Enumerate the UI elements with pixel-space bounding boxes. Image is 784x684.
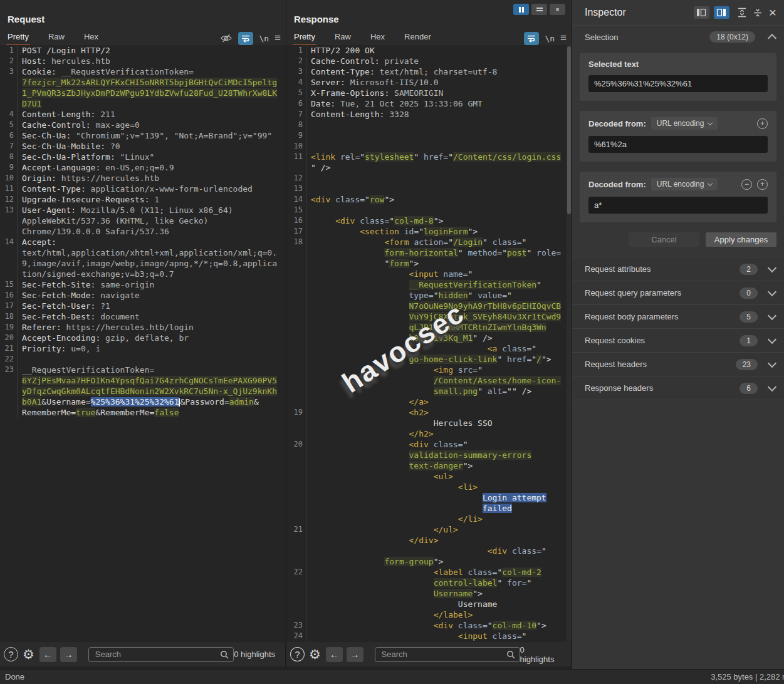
code-segment: ": [468, 291, 478, 300]
code-segment: tion/signed-exchange;v=b3;q=0.7: [22, 269, 174, 279]
encoding-select[interactable]: URL encoding: [651, 178, 718, 190]
code-segment: 3328: [389, 110, 409, 119]
tab-raw[interactable]: Raw: [47, 29, 66, 46]
prev-match-button[interactable]: ←: [39, 647, 56, 662]
line-content: qLJB1C_inRMTCRtnZIwmYlnBq3Wn: [306, 322, 572, 333]
section-request-cookies[interactable]: Request cookies1: [572, 329, 784, 353]
next-match-button[interactable]: →: [347, 647, 363, 662]
maximize-button[interactable]: ■: [550, 4, 565, 15]
pause-button[interactable]: [513, 4, 529, 15]
code-segment: ": [463, 440, 468, 449]
code-segment: ": [448, 152, 453, 162]
selected-text-input[interactable]: [588, 75, 768, 92]
dock-right-icon[interactable]: [714, 6, 729, 19]
tab-pretty[interactable]: Pretty: [6, 29, 30, 46]
tab-raw[interactable]: Raw: [333, 29, 352, 46]
line-content: </label>: [306, 609, 572, 620]
response-editor[interactable]: 1HTTP/2 200 OK2Cache-Control: private3Co…: [286, 45, 572, 641]
close-icon[interactable]: ×: [768, 7, 778, 18]
code-segment: ">: [463, 461, 473, 470]
line-number: 1: [0, 45, 17, 56]
code-segment: " />: [311, 163, 330, 172]
code-line: Hercules SSO: [286, 418, 572, 428]
line-number: [286, 279, 306, 290]
line-number: 5: [0, 120, 17, 130]
collapse-all-icon[interactable]: [752, 8, 763, 18]
line-content: HTTP/2 200 OK: [306, 45, 572, 56]
code-line: 3Cookie: __RequestVerificationToken=: [0, 66, 286, 77]
layout-buttons: ■: [513, 4, 565, 15]
section-request-query-parameters[interactable]: Request query parameters0: [572, 281, 784, 305]
word-wrap-toggle[interactable]: [524, 32, 539, 45]
line-content: <div class="row">: [306, 194, 572, 205]
selection-header[interactable]: Selection 18 (0x12): [572, 26, 784, 48]
search-input[interactable]: [375, 647, 520, 662]
search-input[interactable]: [88, 647, 234, 662]
status-bar: Done 3,525 bytes | 2,282 millis: [0, 669, 784, 684]
editor-menu-icon[interactable]: ≡: [560, 32, 567, 44]
tab-hex[interactable]: Hex: [83, 29, 100, 46]
code-segment: [311, 323, 409, 332]
add-decoder-icon[interactable]: +: [757, 179, 768, 190]
response-scrollbar[interactable]: [567, 45, 572, 641]
chevron-up-icon[interactable]: [768, 34, 776, 43]
remove-decoder-icon[interactable]: −: [741, 179, 752, 190]
section-response-headers[interactable]: Response headers6: [572, 376, 784, 400]
gear-icon[interactable]: ⚙: [23, 647, 34, 662]
section-request-headers[interactable]: Request headers23: [572, 353, 784, 376]
editor-menu-icon[interactable]: ≡: [274, 32, 281, 44]
decoded-value-input-1[interactable]: [588, 136, 768, 153]
scrollbar-thumb[interactable]: [567, 46, 571, 214]
encoding-select[interactable]: URL encoding: [651, 117, 718, 130]
code-segment: Sec-Ch-Ua:: [22, 131, 76, 140]
code-segment: application/x-www-form-urlencoded: [91, 184, 253, 194]
code-segment: [311, 312, 409, 321]
line-content: 1_PVmQR3sZbJHyxDmPDzWPgu91YdbZVwfu28Fud_…: [17, 88, 286, 98]
line-content: Content-Type: text/html; charset=utf-8: [306, 66, 572, 77]
newline-toggle[interactable]: \n: [259, 34, 269, 43]
line-number: [286, 343, 306, 354]
section-request-attributes[interactable]: Request attributes2: [572, 257, 784, 281]
line-number: [0, 247, 17, 258]
line-number: 11: [0, 184, 17, 194]
line-content: tion/signed-exchange;v=b3;q=0.7: [17, 269, 286, 279]
line-content: AppleWebKit/537.36 (KHTML, like Gecko): [17, 215, 286, 226]
prev-match-button[interactable]: ←: [326, 647, 343, 662]
next-match-button[interactable]: →: [60, 647, 77, 662]
code-segment: form-group: [384, 557, 433, 566]
add-decoder-icon[interactable]: +: [757, 118, 768, 129]
gear-icon[interactable]: ⚙: [309, 647, 321, 662]
line-content: <div class="col-md-8">: [306, 215, 572, 226]
line-number: 13: [286, 184, 306, 194]
line-number: 15: [0, 279, 17, 290]
code-line: failed: [286, 503, 572, 514]
newline-toggle[interactable]: \n: [545, 34, 555, 43]
word-wrap-toggle[interactable]: [238, 32, 253, 45]
tab-pretty[interactable]: Pretty: [293, 29, 316, 46]
help-icon[interactable]: ?: [290, 647, 305, 661]
line-content: type="hidden" value=": [306, 290, 572, 301]
tab-hex[interactable]: Hex: [369, 29, 386, 46]
line-number: [0, 226, 17, 237]
apply-changes-button[interactable]: Apply changes: [706, 232, 776, 247]
cancel-button[interactable]: Cancel: [629, 232, 699, 247]
request-editor[interactable]: 1POST /Login HTTP/22Host: hercules.htb3C…: [0, 45, 286, 641]
section-label: Request cookies: [585, 336, 740, 345]
help-icon[interactable]: ?: [4, 647, 18, 661]
hide-matches-icon[interactable]: [220, 33, 233, 44]
line-content: Username: [306, 599, 572, 609]
split-horizontal-button[interactable]: [531, 4, 547, 15]
line-content: <input class=": [306, 631, 572, 641]
selected-text-card: Selected text: [580, 53, 776, 101]
code-segment: [311, 386, 434, 396]
section-request-body-parameters[interactable]: Request body parameters5: [572, 305, 784, 329]
line-content: 6YZjPEsMvaa7HFOIKn4YpsqfQai7G4zrhCgNOCsT…: [17, 375, 286, 386]
decoded-value-input-2[interactable]: [588, 197, 768, 214]
code-segment: %25%36%31%25%32%61: [91, 397, 179, 407]
expand-all-icon[interactable]: [736, 8, 748, 18]
dock-left-icon[interactable]: [694, 6, 709, 19]
tab-render[interactable]: Render: [403, 29, 432, 46]
line-content: VuY9jC8XDtpk_SVEyh84Uv3Xr1tCwd9: [306, 311, 572, 322]
line-content: D7U1: [17, 98, 286, 109]
line-number: [286, 556, 306, 567]
